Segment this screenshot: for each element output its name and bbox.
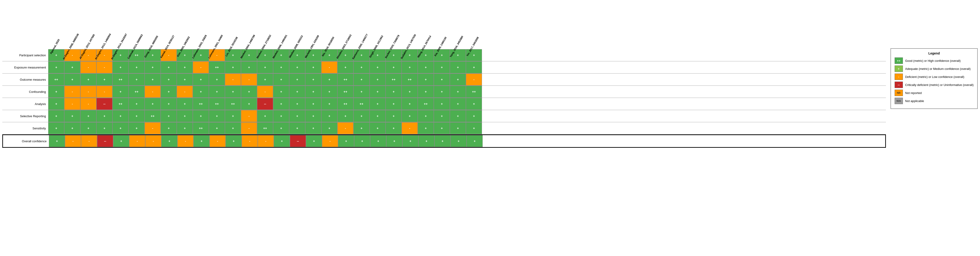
col-header-21: Sucker, 2020, 7308078 <box>386 2 402 48</box>
legend-title: Legend <box>895 51 974 55</box>
cell-r4-c5: + <box>129 98 145 110</box>
cell-r2-c22: ++ <box>402 74 418 85</box>
cell-r6-c16: + <box>305 122 321 134</box>
cell-r4-c9: ++ <box>193 98 209 110</box>
cell-r7-c0: + <box>49 135 65 147</box>
cell-r5-c10: + <box>209 110 225 122</box>
cell-r5-c9: + <box>193 110 209 122</box>
legend-box-5: N/A <box>895 98 903 104</box>
cell-r7-c8: - <box>177 135 194 147</box>
cell-r1-c20: + <box>369 61 386 73</box>
cell-r6-c10: + <box>209 122 225 134</box>
cell-r3-c4: + <box>113 86 129 98</box>
row-label-1: Exposure measurement <box>2 66 48 69</box>
cell-r2-c11: - <box>225 74 241 85</box>
cell-r2-c18: ++ <box>337 74 353 85</box>
row-label-7: Overall confidence <box>3 139 49 143</box>
cell-r5-c14: + <box>273 110 289 122</box>
cell-r2-c16: + <box>305 74 321 85</box>
col-header-0: Agarwal, 2020 <box>48 2 64 48</box>
cell-r3-c13: - <box>257 86 273 98</box>
cell-r1-c25: + <box>450 61 466 73</box>
col-header-2: Al-Daghri, 2013, 447560 <box>80 2 96 48</box>
cell-r4-c10: ++ <box>209 98 225 110</box>
cell-r2-c20: + <box>369 74 386 85</box>
cell-r3-c11: + <box>225 86 241 98</box>
cell-r4-c4: ++ <box>113 98 129 110</box>
legend-box-2: - <box>895 74 903 80</box>
cell-r5-c19: + <box>353 110 369 122</box>
cell-r2-c14: + <box>273 74 289 85</box>
col-header-15: Meeker, 2008, 500223 <box>289 2 305 48</box>
cell-r6-c13: ++ <box>257 122 273 134</box>
cell-r2-c25: + <box>450 74 466 85</box>
cell-r5-c26: + <box>466 110 482 122</box>
cell-r3-c1: - <box>64 86 80 98</box>
cell-r6-c6: - <box>145 122 161 134</box>
cell-r4-c0: + <box>48 98 64 110</box>
legend-item-4: NRNot reported <box>895 90 974 96</box>
cell-r3-c0: + <box>48 86 64 98</box>
cell-r2-c10: + <box>209 74 225 85</box>
legend-box-0: ++ <box>895 58 903 64</box>
cell-r4-c25: + <box>450 98 466 110</box>
cell-r7-c25: + <box>450 135 466 147</box>
cell-r2-c15: + <box>289 74 305 85</box>
cell-r7-c22: + <box>402 135 418 147</box>
cell-r3-c6: - <box>145 86 161 98</box>
col-header-13: Meeker, 2004, 2718652 <box>257 2 273 48</box>
grid-row-6: Sensitivity++++++-++++++-++++++-+++-++++ <box>2 122 886 134</box>
cell-r5-c5: + <box>129 110 145 122</box>
row-label-6: Sensitivity <box>2 126 48 130</box>
cell-r1-c6: + <box>145 61 161 73</box>
cell-r1-c23: + <box>418 61 434 73</box>
cell-r5-c3: + <box>96 110 113 122</box>
cell-r5-c20: + <box>369 110 386 122</box>
cell-r7-c3: -- <box>97 135 113 147</box>
cell-r4-c8: + <box>177 98 193 110</box>
cell-r5-c22: + <box>402 110 418 122</box>
cell-r6-c18: - <box>337 122 353 134</box>
cell-r4-c18: ++ <box>337 98 353 110</box>
cell-r2-c12: - <box>241 74 257 85</box>
cell-r2-c0: ++ <box>48 74 64 85</box>
cell-r3-c14: + <box>273 86 289 98</box>
row-label-0: Participant selection <box>2 54 48 57</box>
col-header-26: Yin, 2017, 3453058 <box>466 2 482 48</box>
cell-r5-c13: + <box>257 110 273 122</box>
grid-row-0: Participant selection+---++++-++-+++++++… <box>2 49 886 61</box>
cell-r5-c16: + <box>305 110 321 122</box>
cell-r5-c7: + <box>161 110 177 122</box>
cell-r3-c7: + <box>161 86 177 98</box>
cell-r4-c6: + <box>145 98 161 110</box>
row-label-4: Analysis <box>2 102 48 106</box>
col-header-9: Lehmann, 2002, 25826 <box>193 2 209 48</box>
legend-item-1: +Adequate (metric) or Medium confidence … <box>895 66 974 72</box>
legend-item-3: --Critically deficient (metric) or Uninf… <box>895 82 974 88</box>
cell-r6-c26: + <box>466 122 482 134</box>
cell-r1-c1: + <box>64 61 80 73</box>
cell-r4-c17: + <box>321 98 337 110</box>
cell-r6-c4: + <box>113 122 129 134</box>
cell-r2-c1: + <box>64 74 80 85</box>
cell-r1-c22: + <box>402 61 418 73</box>
cell-r2-c5: + <box>129 74 145 85</box>
col-header-23: Wang, 2014, 2670414 <box>418 2 434 48</box>
cell-r5-c18: + <box>337 110 353 122</box>
col-header-12: Meeker, 2004, 1468789 <box>241 2 257 48</box>
cell-r6-c1: + <box>64 122 80 134</box>
cell-r3-c5: ++ <box>129 86 145 98</box>
row-label-3: Confounding <box>2 90 48 94</box>
legend-text-0: Good (metric) or High confidence (overal… <box>905 59 961 62</box>
col-header-17: Nie, 2018, 5018050 <box>321 2 337 48</box>
cell-r5-c24: + <box>434 110 450 122</box>
legend-item-5: N/ANot applicable <box>895 98 974 104</box>
cell-r5-c4: + <box>113 110 129 122</box>
legend-text-4: Not reported <box>905 91 922 95</box>
cell-r5-c25: + <box>450 110 466 122</box>
col-header-24: Xia, 2009, 1490100 <box>434 2 450 48</box>
cell-r5-c1: + <box>64 110 80 122</box>
cell-r1-c16: + <box>305 61 321 73</box>
cell-r5-c8: + <box>177 110 193 122</box>
legend-item-0: ++Good (metric) or High confidence (over… <box>895 58 974 64</box>
